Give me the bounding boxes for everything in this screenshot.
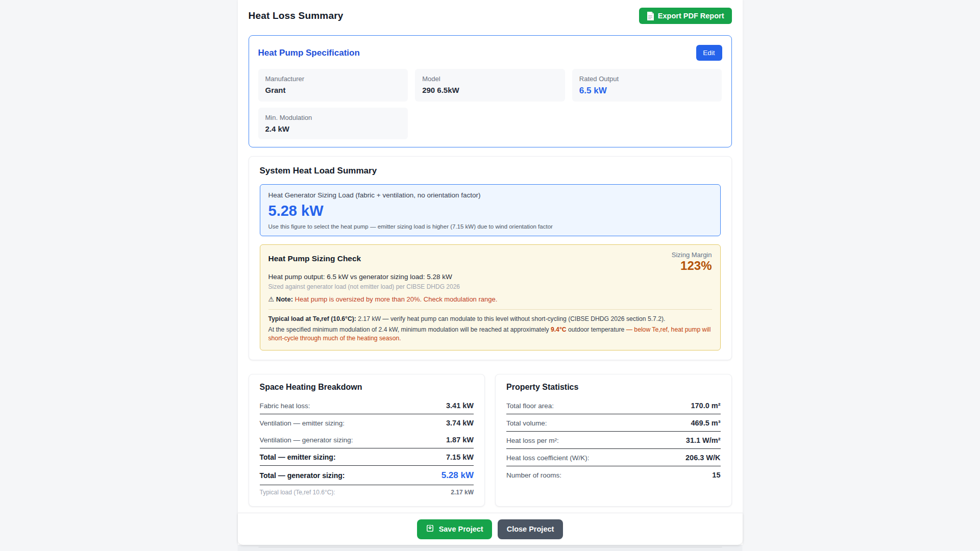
system-heat-load-card: System Heat Load Summary Heat Generator … — [249, 156, 732, 360]
table-row: Number of rooms: 15 — [506, 466, 721, 483]
generator-sizing-load-box: Heat Generator Sizing Load (fabric + ven… — [260, 184, 721, 236]
row-value: 469.5 m³ — [691, 419, 720, 427]
table-row: Ventilation — emitter sizing: 3.74 kW — [260, 414, 474, 431]
row-label: Typical load (Te,ref 10.6°C): — [260, 489, 335, 496]
bottom-strip — [238, 545, 743, 551]
sizing-check-header: Heat Pump Sizing Check Sizing Margin 123… — [268, 251, 712, 273]
row-label: Total — generator sizing: — [260, 471, 345, 480]
space-heating-title: Space Heating Breakdown — [260, 383, 474, 392]
sizing-margin: Sizing Margin 123% — [672, 251, 712, 273]
row-value: 170.0 m² — [691, 402, 720, 410]
bottom-strip-divider — [258, 547, 722, 547]
row-label: Total floor area: — [506, 402, 554, 410]
field-label: Rated Output — [579, 75, 715, 83]
field-value: Grant — [265, 86, 401, 94]
row-value: 31.1 W/m² — [686, 436, 721, 444]
field-value: 2.4 kW — [265, 124, 401, 133]
table-row: Total floor area: 170.0 m² — [506, 397, 721, 414]
row-value: 1.87 kW — [446, 436, 474, 444]
row-value: 15 — [712, 471, 720, 479]
row-label: Heat loss per m²: — [506, 437, 559, 444]
table-row: Ventilation — generator sizing: 1.87 kW — [260, 431, 474, 448]
save-project-label: Save Project — [439, 525, 483, 533]
stats-row: Space Heating Breakdown Fabric heat loss… — [249, 374, 732, 507]
page-title: Heat Loss Summary — [249, 10, 344, 21]
sizing-check-title: Heat Pump Sizing Check — [268, 251, 361, 263]
footer-action-bar: Save Project Close Project — [238, 513, 743, 545]
space-heating-card: Space Heating Breakdown Fabric heat loss… — [249, 374, 485, 507]
export-pdf-button[interactable]: Export PDF Report — [639, 8, 732, 24]
page: Heat Loss Summary Export PDF Report Heat… — [0, 0, 980, 551]
system-heat-load-title: System Heat Load Summary — [260, 166, 721, 176]
table-row: Heat loss coefficient (W/K): 206.3 W/K — [506, 449, 721, 466]
row-value: 7.15 kW — [446, 453, 474, 461]
export-pdf-label: Export PDF Report — [658, 12, 724, 20]
generator-load-label: Heat Generator Sizing Load (fabric + ven… — [268, 191, 712, 199]
save-project-button[interactable]: Save Project — [417, 519, 492, 539]
field-value: 6.5 kW — [579, 86, 715, 96]
page-header: Heat Loss Summary Export PDF Report — [249, 5, 732, 27]
sizing-basis-line: Sized against generator load (not emitte… — [268, 283, 712, 290]
field-label: Min. Modulation — [265, 114, 401, 121]
field-value: 290 6.5kW — [422, 86, 558, 94]
sizing-note-line: ⚠ Note: Heat pump is oversized by more t… — [268, 295, 712, 303]
modulation-text-1: At the specified minimum modulation of 2… — [268, 326, 549, 333]
sizing-check-box: Heat Pump Sizing Check Sizing Margin 123… — [260, 244, 721, 350]
property-stats-card: Property Statistics Total floor area: 17… — [495, 374, 732, 507]
spec-field-rated-output: Rated Output 6.5 kW — [572, 69, 722, 102]
row-label: Total — emitter sizing: — [260, 453, 336, 461]
table-row: Heat loss per m²: 31.1 W/m² — [506, 432, 721, 449]
heat-pump-spec-header: Heat Pump Specification Edit — [258, 45, 722, 61]
heat-pump-spec-grid: Manufacturer Grant Model 290 6.5kW Rated… — [258, 69, 722, 139]
row-value: 3.74 kW — [446, 419, 474, 427]
sizing-note-prefix: ⚠ Note: — [268, 295, 293, 303]
modulation-temp: 9.4°C — [551, 326, 567, 333]
row-value: 5.28 kW — [442, 470, 474, 481]
save-icon — [426, 524, 434, 534]
sizing-margin-value: 123% — [672, 259, 712, 273]
spec-field-min-modulation: Min. Modulation 2.4 kW — [258, 108, 408, 139]
row-value: 2.17 kW — [451, 489, 474, 496]
sizing-check-divider — [268, 309, 712, 310]
sizing-margin-label: Sizing Margin — [672, 251, 712, 259]
spec-field-model: Model 290 6.5kW — [415, 69, 565, 102]
heat-pump-spec-title: Heat Pump Specification — [258, 48, 360, 58]
sizing-output-line: Heat pump output: 6.5 kW vs generator si… — [268, 273, 712, 281]
modulation-line: At the specified minimum modulation of 2… — [268, 325, 728, 343]
property-stats-title: Property Statistics — [506, 383, 721, 392]
typical-load-label: Typical load at Te,ref (10.6°C): — [268, 315, 356, 322]
field-label: Model — [422, 75, 558, 83]
modulation-text-2: outdoor temperature — [568, 326, 624, 333]
sizing-note-text: Heat pump is oversized by more than 20%.… — [295, 295, 498, 303]
generator-load-value: 5.28 kW — [268, 203, 712, 219]
main-content: Heat Loss Summary Export PDF Report Heat… — [238, 0, 743, 545]
row-label: Heat loss coefficient (W/K): — [506, 454, 590, 462]
row-value: 206.3 W/K — [685, 454, 721, 462]
table-row: Fabric heat loss: 3.41 kW — [260, 397, 474, 414]
row-label: Number of rooms: — [506, 471, 561, 479]
heat-pump-spec-card: Heat Pump Specification Edit Manufacture… — [249, 35, 732, 147]
row-label: Fabric heat loss: — [260, 402, 310, 410]
field-label: Manufacturer — [265, 75, 401, 83]
close-project-button[interactable]: Close Project — [498, 519, 564, 539]
typical-load-line: Typical load at Te,ref (10.6°C): 2.17 kW… — [268, 315, 712, 323]
generator-load-note: Use this figure to select the heat pump … — [268, 223, 712, 230]
table-row: Total volume: 469.5 m³ — [506, 414, 721, 432]
spec-field-manufacturer: Manufacturer Grant — [258, 69, 408, 102]
typical-load-text: 2.17 kW — verify heat pump can modulate … — [358, 315, 665, 322]
edit-button[interactable]: Edit — [696, 45, 722, 61]
pdf-document-icon — [647, 12, 654, 20]
table-row: Total — emitter sizing: 7.15 kW — [260, 448, 474, 466]
table-row: Total — generator sizing: 5.28 kW — [260, 466, 474, 485]
table-row: Typical load (Te,ref 10.6°C): 2.17 kW — [260, 485, 474, 500]
row-label: Total volume: — [506, 419, 547, 427]
row-value: 3.41 kW — [446, 402, 474, 410]
row-label: Ventilation — emitter sizing: — [260, 419, 345, 427]
row-label: Ventilation — generator sizing: — [260, 436, 353, 444]
